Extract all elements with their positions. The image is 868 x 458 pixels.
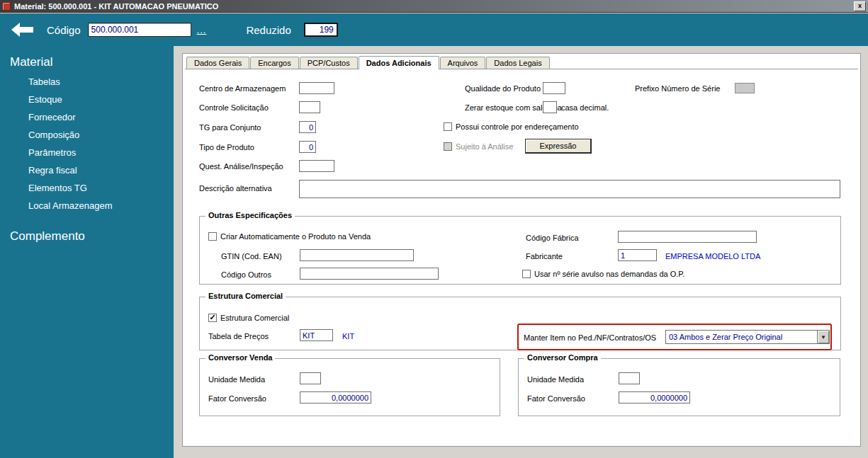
tabela-precos-label: Tabela de Preços — [208, 332, 269, 340]
outras-especificacoes-group: Outras Especificações Criar Automaticame… — [199, 216, 841, 285]
venda-unidade-input[interactable] — [300, 372, 321, 384]
zerar-estoque-input[interactable] — [543, 101, 557, 113]
controle-solicitacao-label: Controle Solicitação — [199, 103, 269, 112]
reduzido-input[interactable] — [304, 23, 338, 37]
tab-encargos[interactable]: Encargos — [250, 57, 298, 69]
gtin-input[interactable] — [300, 249, 414, 261]
codigo-label: Código — [47, 24, 81, 36]
estrutura-comercial-label: Estrutura Comercial — [220, 314, 289, 322]
venda-fator-label: Fator Conversão — [208, 394, 266, 403]
tab-strip: Dados Gerais Encargos PCP/Custos Dados A… — [185, 56, 858, 69]
sidebar-item-elementos-tg[interactable]: Elementos TG — [28, 183, 174, 193]
codigo-input[interactable] — [88, 23, 191, 37]
sidebar-item-composicao[interactable]: Composição — [28, 130, 174, 140]
sidebar-item-regra-fiscal[interactable]: Regra fiscal — [28, 165, 174, 176]
tab-dados-legais[interactable]: Dados Legais — [486, 57, 549, 69]
venda-unidade-label: Unidade Medida — [208, 375, 265, 384]
sujeito-analise-label: Sujeito à Análise — [456, 142, 513, 151]
conversor-venda-legend: Conversor Venda — [205, 353, 275, 362]
possui-controle-checkbox[interactable]: Possui controle por endereçamento — [444, 122, 579, 132]
tab-dados-adicionais[interactable]: Dados Adicionais — [359, 56, 439, 69]
sidebar-item-fornecedor[interactable]: Fornecedor — [28, 112, 174, 122]
prefixo-serie-label: Prefixo Número de Série — [635, 84, 720, 93]
conversor-compra-group: Conversor Compra Unidade Medida Fator Co… — [518, 358, 840, 416]
reduzido-label: Reduzido — [246, 24, 291, 36]
sidebar-item-parametros[interactable]: Parâmetros — [28, 147, 174, 158]
tab-pcp-custos[interactable]: PCP/Custos — [300, 57, 358, 69]
venda-fator-input[interactable] — [300, 391, 371, 403]
centro-armazenagem-input[interactable] — [299, 82, 334, 94]
criar-auto-checkbox[interactable]: Criar Automaticamente o Produto na Venda — [208, 231, 371, 241]
chevron-down-icon[interactable]: ▼ — [817, 331, 829, 343]
sidebar-section-complemento[interactable]: Complemento — [10, 229, 174, 244]
quest-analise-label: Quest. Análise/Inspeção — [199, 162, 283, 171]
compra-fator-input[interactable] — [619, 391, 690, 403]
usar-serie-label: Usar nº série avulso nas demandas da O.P… — [534, 270, 684, 278]
sidebar-item-tabelas[interactable]: Tabelas — [28, 76, 174, 87]
criar-auto-label: Criar Automaticamente o Produto na Venda — [220, 232, 371, 241]
codigo-outros-input[interactable] — [300, 268, 439, 280]
prefixo-serie-input — [735, 83, 755, 93]
centro-armazenagem-label: Centro de Armazenagem — [199, 84, 286, 93]
possui-controle-label: Possui controle por endereçamento — [456, 122, 579, 131]
sidebar-item-estoque[interactable]: Estoque — [28, 94, 174, 105]
sujeito-analise-checkbox: Sujeito à Análise — [444, 142, 513, 151]
app-icon — [2, 2, 11, 11]
tipo-produto-label: Tipo de Produto — [199, 143, 254, 151]
conversor-venda-group: Conversor Venda Unidade Medida Fator Con… — [199, 358, 500, 416]
tg-conjunto-input[interactable] — [299, 121, 316, 133]
zerar-estoque-suffix: casa decimal. — [561, 103, 609, 112]
codigo-fabrica-input[interactable] — [618, 231, 757, 243]
tg-conjunto-label: TG para Conjunto — [199, 123, 261, 132]
sidebar: Material Tabelas Estoque Fornecedor Comp… — [0, 46, 174, 458]
compra-unidade-input[interactable] — [619, 372, 640, 384]
codigo-more-link[interactable]: ... — [197, 25, 207, 35]
manter-item-dropdown[interactable]: 03 Ambos e Zerar Preço Original ▼ — [665, 330, 830, 344]
qualidade-produto-label: Qualidade do Produto — [465, 84, 541, 93]
conversor-compra-legend: Conversor Compra — [524, 353, 601, 362]
expressao-button[interactable]: Expressão — [525, 139, 592, 154]
checkbox-icon — [208, 232, 217, 241]
content-panel: Dados Gerais Encargos PCP/Custos Dados A… — [182, 53, 861, 447]
estrutura-comercial-legend: Estrutura Comercial — [205, 292, 286, 300]
qualidade-produto-input[interactable] — [543, 82, 565, 94]
checkbox-icon — [522, 270, 531, 278]
descricao-alternativa-input[interactable] — [299, 180, 840, 198]
checkbox-icon — [444, 122, 452, 131]
tab-dados-gerais[interactable]: Dados Gerais — [186, 57, 249, 69]
sidebar-section-material[interactable]: Material — [10, 55, 174, 69]
window-titlebar: Material: 500.000.001 - KIT AUTOMACAO PN… — [0, 0, 868, 13]
header-bar: Código ... Reduzido — [0, 13, 868, 46]
tipo-produto-input[interactable] — [299, 141, 316, 153]
manter-item-label: Manter Item no Ped./NF/Contratos/OS — [524, 333, 656, 342]
fabricante-input[interactable] — [618, 249, 657, 261]
tabela-precos-input[interactable] — [300, 329, 333, 341]
controle-solicitacao-input[interactable] — [299, 101, 320, 113]
tabela-precos-name: KIT — [342, 332, 354, 340]
fabricante-label: Fabricante — [526, 252, 563, 261]
checkbox-icon — [444, 142, 452, 151]
manter-item-value: 03 Ambos e Zerar Preço Original — [666, 333, 817, 341]
close-button[interactable]: x — [854, 1, 866, 11]
fabricante-name: EMPRESA MODELO LTDA — [665, 252, 760, 261]
estrutura-comercial-group: Estrutura Comercial Estrutura Comercial … — [199, 297, 841, 350]
tab-arquivos[interactable]: Arquivos — [440, 57, 486, 69]
window-title: Material: 500.000.001 - KIT AUTOMACAO PN… — [14, 2, 850, 11]
quest-analise-input[interactable] — [299, 160, 334, 172]
checkbox-checked-icon — [208, 314, 217, 322]
estrutura-comercial-checkbox[interactable]: Estrutura Comercial — [208, 313, 289, 323]
sidebar-item-local-armazenagem[interactable]: Local Armazenagem — [28, 200, 174, 211]
back-arrow-icon[interactable] — [10, 22, 34, 38]
compra-unidade-label: Unidade Medida — [527, 375, 584, 384]
descricao-alternativa-label: Descrição alternativa — [199, 184, 272, 193]
usar-serie-checkbox[interactable]: Usar nº série avulso nas demandas da O.P… — [522, 269, 684, 279]
codigo-fabrica-label: Código Fábrica — [526, 234, 579, 242]
highlight-rectangle: Manter Item no Ped./NF/Contratos/OS 03 A… — [517, 324, 832, 350]
compra-fator-label: Fator Conversão — [527, 394, 585, 403]
gtin-label: GTIN (Cod. EAN) — [221, 252, 282, 261]
outras-especificacoes-legend: Outras Especificações — [205, 211, 295, 219]
codigo-outros-label: Código Outros — [221, 270, 271, 279]
